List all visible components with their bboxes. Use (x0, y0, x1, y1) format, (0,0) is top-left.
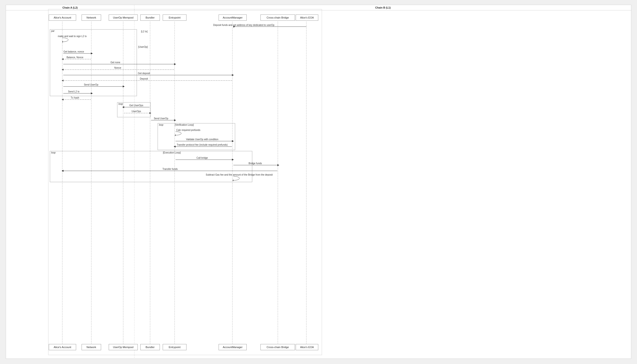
svg-marker-60 (175, 134, 176, 136)
svg-marker-63 (232, 140, 234, 142)
svg-text:[L2 tx]: [L2 tx] (141, 30, 147, 33)
svg-marker-38 (123, 86, 125, 88)
svg-text:Nonce: Nonce (114, 66, 121, 69)
svg-rect-46 (117, 102, 151, 117)
svg-marker-75 (277, 164, 279, 166)
svg-text:Bridge funds: Bridge funds (248, 162, 262, 165)
svg-text:[Verification Loop]: [Verification Loop] (175, 124, 194, 126)
svg-text:Send UserOp: Send UserOp (84, 84, 99, 86)
svg-text:Subtract Gas fee and the amoun: Subtract Gas fee and the amount of the B… (206, 174, 273, 176)
svg-text:Send UserOp: Send UserOp (154, 117, 168, 120)
diagram-frame: Chain A (L2) Chain B (L1) (6, 5, 631, 359)
chain-a-label: Chain A (L2) (6, 5, 134, 10)
svg-marker-66 (174, 146, 176, 148)
svg-text:[UserOp]: [UserOp] (138, 46, 148, 48)
svg-text:par: par (51, 30, 55, 32)
svg-text:loop: loop (118, 103, 123, 105)
svg-text:Calc required prefunds: Calc required prefunds (176, 129, 200, 132)
svg-marker-41 (91, 92, 93, 94)
svg-text:UserOps: UserOps (132, 110, 141, 112)
actor-alices-eoa-top: Alice's EOA (296, 14, 318, 21)
svg-marker-55 (174, 119, 176, 121)
svg-marker-49 (122, 106, 124, 108)
actor-cross-chain-bridge-bottom: Cross-chain Bridge (260, 344, 295, 350)
arrows-layer: Deposit funds and set address of key ded… (6, 5, 631, 358)
svg-text:make and wait to sign L2 tx: make and wait to sign L2 tx (58, 35, 87, 38)
svg-rect-57 (158, 123, 235, 150)
actor-account-manager-bottom: AccountManager (219, 344, 247, 350)
svg-marker-32 (232, 74, 234, 76)
svg-marker-29 (62, 69, 64, 70)
actor-bundler-top: Bundler (140, 14, 160, 21)
svg-marker-52 (149, 112, 151, 114)
actor-alices-account-bottom: Alice's Account (49, 344, 76, 350)
actor-entrypoint-bottom: Entrypoint (163, 344, 186, 350)
svg-text:loop: loop (51, 151, 56, 154)
actor-userop-mempool-bottom: UserOp Mempool (109, 344, 138, 350)
svg-text:Deposit funds and set address : Deposit funds and set address of key ded… (213, 24, 274, 26)
svg-rect-13 (50, 30, 137, 96)
actor-account-manager-top: AccountManager (219, 14, 247, 21)
actor-alices-account-top: Alice's Account (49, 14, 76, 21)
svg-text:Balance, Nonce: Balance, Nonce (67, 56, 84, 59)
svg-marker-44 (62, 98, 64, 100)
svg-marker-72 (232, 159, 234, 160)
svg-text:Get UserOps: Get UserOps (129, 104, 143, 107)
actor-network-bottom: Network (82, 344, 101, 350)
svg-text:Get balance, nonce: Get balance, nonce (64, 50, 84, 53)
svg-text:Get none: Get none (110, 61, 120, 64)
svg-text:Transfer funds: Transfer funds (162, 168, 178, 170)
actor-network-top: Network (82, 14, 101, 21)
svg-text:loop: loop (159, 124, 163, 126)
svg-marker-16 (62, 41, 63, 43)
svg-text:Get deposit: Get deposit (138, 72, 150, 74)
svg-rect-68 (50, 151, 252, 182)
actor-userop-mempool-top: UserOp Mempool (109, 14, 138, 21)
actor-bundler-bottom: Bundler (140, 344, 160, 350)
svg-text:Call bridge: Call bridge (196, 156, 208, 159)
diagram-container: Chain A (L2) Chain B (L1) (0, 0, 637, 364)
svg-marker-35 (62, 80, 64, 82)
svg-text:Send L2 tx: Send L2 tx (68, 90, 80, 93)
svg-marker-20 (91, 52, 93, 54)
svg-marker-23 (62, 58, 64, 60)
actor-alices-eoa-bottom: Alice's EOA (296, 344, 318, 350)
svg-text:Transfer protocol fee (include: Transfer protocol fee (include required … (177, 144, 228, 146)
svg-text:Tx hash: Tx hash (71, 96, 79, 99)
svg-marker-11 (233, 26, 235, 28)
svg-marker-80 (233, 180, 233, 181)
chain-b-label: Chain B (L1) (134, 5, 631, 10)
svg-text:Validate UserOp with condition: Validate UserOp with condition (186, 138, 218, 141)
svg-marker-78 (62, 170, 64, 172)
actor-entrypoint-top: Entrypoint (163, 14, 186, 21)
svg-rect-9 (48, 9, 322, 355)
actor-cross-chain-bridge-top: Cross-chain Bridge (260, 14, 295, 21)
svg-marker-26 (174, 63, 176, 65)
svg-text:Deposit: Deposit (140, 78, 148, 80)
svg-text:[Execution Loop]: [Execution Loop] (163, 151, 181, 154)
